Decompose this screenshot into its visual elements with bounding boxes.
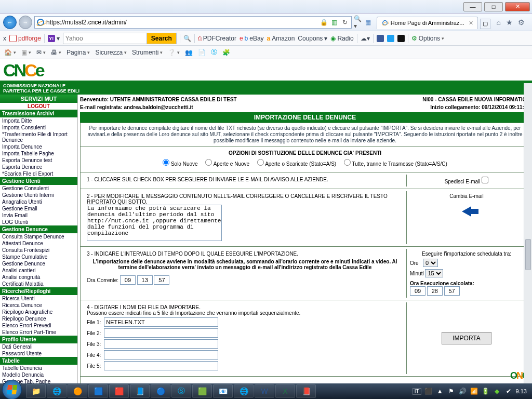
tray-icon5[interactable]: ✔ xyxy=(504,387,513,395)
sidebar-item[interactable]: Stampe Cumulative xyxy=(0,254,77,260)
task-ie[interactable]: 🌐 xyxy=(47,384,66,398)
nav-forward[interactable]: → xyxy=(19,16,32,29)
sidebar-item[interactable]: Tabelle Denuncia xyxy=(0,365,77,371)
print-menu[interactable]: 🖶 xyxy=(51,49,61,56)
task-word[interactable]: W xyxy=(255,384,274,398)
sidebar-item[interactable]: Importa Tabelle Paghe xyxy=(0,150,77,157)
sidebar-item[interactable]: Gestione Email xyxy=(0,205,77,212)
address-bar[interactable]: 🔒 ▥ ↻ xyxy=(34,16,352,29)
zoom-icon[interactable]: 🔍 xyxy=(183,35,191,42)
sidebar-item[interactable]: *Trasferimento File di Import Denunce xyxy=(0,131,77,143)
file-input-2[interactable] xyxy=(104,328,218,338)
task-app1[interactable]: 🟦 xyxy=(88,384,108,398)
addon-icon[interactable]: 🧩 xyxy=(222,49,230,56)
sidebar-item[interactable]: Attestati Denunce xyxy=(0,240,77,247)
sidebar-item[interactable]: Ricerca Utenti xyxy=(0,295,77,302)
sidebar-item[interactable]: Esporta Denunce xyxy=(0,164,77,170)
yahoo-logo[interactable]: Y!▾ xyxy=(48,35,60,42)
strumenti-menu[interactable]: Strumenti xyxy=(132,49,163,56)
ora-m[interactable] xyxy=(137,275,153,285)
tray-flag-icon[interactable]: ⚑ xyxy=(447,387,456,395)
file-input-4[interactable] xyxy=(104,350,218,360)
msn-icon[interactable]: 👥 xyxy=(185,49,193,56)
pdf-icon[interactable]: 📄 xyxy=(198,49,206,56)
home-menu[interactable]: 🏠 xyxy=(4,49,16,56)
importa-button[interactable]: IMPORTA xyxy=(442,332,491,344)
window-maximize[interactable]: □ xyxy=(484,2,503,11)
amazon-item[interactable]: aAmazon xyxy=(267,35,295,42)
ebay-item[interactable]: ebeBayeBay xyxy=(240,35,264,42)
sidebar-item[interactable]: Gestione Utenti Interni xyxy=(0,192,77,198)
sidebar-item[interactable]: Importa Ditte xyxy=(0,117,77,124)
sidebar-item[interactable]: *Scarica File di Export xyxy=(0,170,77,177)
yahoo-search-button[interactable]: Search xyxy=(147,33,176,44)
ora-h[interactable] xyxy=(120,275,136,285)
radio-aperte-scaricate[interactable]: Aperte o Scaricate (Stato=A/S) xyxy=(257,161,336,167)
task-skype[interactable]: Ⓢ xyxy=(171,384,191,398)
skype-icon[interactable]: Ⓢ xyxy=(211,48,217,57)
weather-icon[interactable]: ☁▾ xyxy=(361,35,370,42)
spedisci-checkbox[interactable] xyxy=(482,177,488,183)
sidebar-item[interactable]: Gestione Denunce xyxy=(0,260,77,267)
file-input-1[interactable] xyxy=(104,317,218,327)
file-input-3[interactable] xyxy=(104,339,218,349)
sidebar-item[interactable]: Riepilogo Anagrafiche xyxy=(0,309,77,315)
ore-select[interactable]: 0 xyxy=(423,259,438,267)
tray-volume-icon[interactable]: 🔊 xyxy=(459,387,467,395)
sidebar-item[interactable]: Analisi cantieri xyxy=(0,267,77,274)
sicurezza-menu[interactable]: Sicurezza xyxy=(95,49,127,56)
ora-s[interactable] xyxy=(154,275,169,285)
sidebar-item[interactable]: Anagrafica Utenti xyxy=(0,198,77,205)
radio-aperte-nuove[interactable]: Aperte e Nuove xyxy=(205,161,249,167)
lang-indicator[interactable]: IT xyxy=(413,388,421,395)
sidebar-item[interactable]: Modello Denuncia xyxy=(0,371,77,378)
task-ie2[interactable]: 🌐 xyxy=(234,384,254,398)
feeds-menu[interactable]: ▣ xyxy=(21,49,31,56)
tw-icon[interactable] xyxy=(387,35,394,42)
task-explorer[interactable]: 📁 xyxy=(26,384,46,398)
sidebar-item[interactable]: Elenco Errori Prevedi xyxy=(0,322,77,329)
tray-icon2[interactable]: ▲ xyxy=(436,387,444,395)
url-input[interactable] xyxy=(46,19,318,26)
new-tab-button[interactable]: ▢ xyxy=(480,19,490,29)
task-app3[interactable]: 📘 xyxy=(130,384,150,398)
sidebar-item[interactable]: Esporta Denunce test xyxy=(0,157,77,164)
favorites-icon[interactable]: ★ xyxy=(506,18,513,26)
radio-tutte[interactable]: Tutte, tranne le Trasmesse (Stato=A/S/C) xyxy=(344,161,447,167)
help-menu[interactable]: ❔ xyxy=(168,49,180,56)
home-icon[interactable]: ⌂ xyxy=(497,18,501,26)
fb-icon[interactable] xyxy=(377,35,384,42)
search-dropdown-icon[interactable]: 🔍▾ xyxy=(354,18,362,26)
sidebar-item[interactable]: Consulta Stampe Denunce xyxy=(0,233,77,240)
sidebar-item[interactable]: Riepilogo Denunce xyxy=(0,315,77,322)
tab-close-icon[interactable]: ✕ xyxy=(469,20,473,26)
email-body-textarea[interactable]: La informiamo che potrà scaricare la den… xyxy=(87,205,222,241)
compat-icon[interactable]: ▦ xyxy=(364,18,373,26)
task-outlook[interactable]: 📧 xyxy=(213,384,233,398)
pagina-menu[interactable]: Pagina xyxy=(66,49,90,56)
pdfcreator-item[interactable]: ⎙PDFCreator xyxy=(198,35,236,42)
options-item[interactable]: ⚙Options xyxy=(411,35,444,42)
tray-icon1[interactable]: ⬛ xyxy=(424,387,433,395)
min-select[interactable]: 15 xyxy=(425,269,443,277)
window-minimize[interactable]: — xyxy=(463,2,482,11)
pdfforge-item[interactable]: pdfforge xyxy=(9,35,41,42)
sidebar-item[interactable]: Ricerca Denunce xyxy=(0,302,77,309)
file-input-5[interactable] xyxy=(104,361,218,370)
tray-network-icon[interactable]: 📶 xyxy=(470,387,478,395)
sidebar-item[interactable]: Consulta Frontespizi xyxy=(0,247,77,254)
tray-icon3[interactable]: 🔋 xyxy=(482,387,490,395)
sidebar-item[interactable]: Password Utente xyxy=(0,350,77,357)
toolbar-close[interactable]: x xyxy=(3,35,6,42)
sidebar-item[interactable]: Invia Email xyxy=(0,212,77,219)
start-button[interactable] xyxy=(2,380,22,399)
tray-clock[interactable]: 9.13 xyxy=(516,388,527,394)
tools-gear-icon[interactable]: ⚙ xyxy=(518,18,525,26)
vertical-scrollbar[interactable] xyxy=(524,83,532,383)
task-pdf[interactable]: 📕 xyxy=(296,384,316,398)
logout-link[interactable]: LOGOUT xyxy=(0,103,77,110)
task-app4[interactable]: 🟩 xyxy=(192,384,212,398)
sidebar-item[interactable]: Elenco Errori Part-Time xyxy=(0,329,77,336)
nav-back[interactable]: ← xyxy=(3,16,17,29)
gplus-icon[interactable] xyxy=(397,35,405,42)
